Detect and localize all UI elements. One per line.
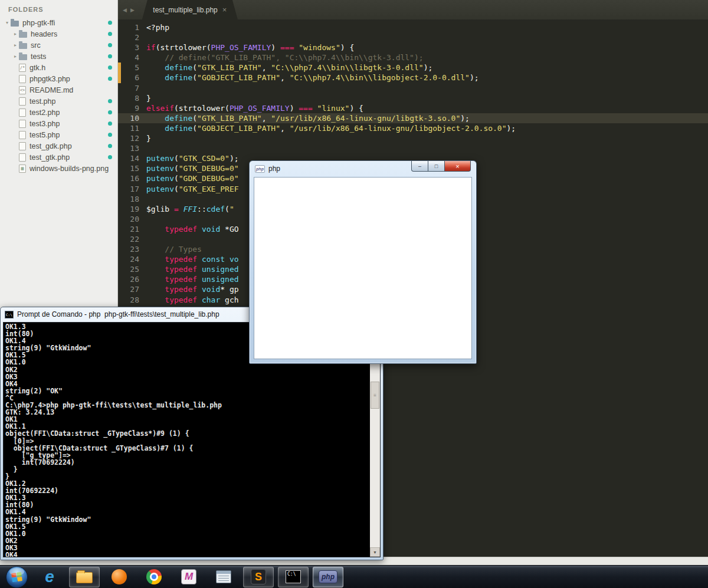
item-label: headers [31,30,57,38]
status-dot-icon [108,43,112,47]
expand-arrow-icon[interactable]: ▸ [12,42,19,48]
line-number: 14 [118,153,146,163]
sidebar-item-test_gtk.php[interactable]: test_gtk.php [0,152,117,163]
sidebar-item-test5.php[interactable]: test5.php [0,129,117,140]
taskbar-media-player[interactable] [104,567,135,587]
tab-test-multiple-lib[interactable]: test_multiple_lib.php × [142,0,238,19]
php-taskbar-icon: php [319,570,337,583]
sidebar-item-test2.php[interactable]: test2.php [0,107,117,118]
media-player-icon [112,569,127,584]
sidebar-item-headers[interactable]: ▸headers [0,28,117,40]
m-app-icon: M [181,569,196,584]
code-line-9[interactable]: 9elseif(strtolower(PHP_OS_FAMILY) === "l… [118,103,708,113]
code-text: <?php [146,22,708,32]
taskbar-internet-explorer[interactable]: e [34,567,65,587]
text-editor-icon [216,570,231,583]
file-icon [19,109,26,117]
item-label: src [31,41,41,50]
line-number: 20 [118,214,146,224]
status-dot-icon [108,65,112,70]
tab-close-icon[interactable]: × [222,5,227,14]
line-number: 27 [118,284,146,294]
status-dot-icon [108,133,112,137]
code-line-2[interactable]: 2 [118,32,708,42]
expand-arrow-icon[interactable]: ▸ [12,31,19,37]
file-icon [19,75,26,83]
tab-scroll-right-icon[interactable]: ▶ [129,7,136,13]
status-dot-icon [108,77,112,81]
expand-arrow-icon[interactable]: ▸ [12,54,19,59]
line-number: 5 [118,63,146,73]
expand-arrow-icon[interactable]: ▾ [4,20,11,25]
line-number: 26 [118,274,146,284]
file-icon [19,120,26,128]
scroll-thumb[interactable]: ≡ [371,382,379,409]
minimize-button[interactable]: – [411,161,428,172]
sidebar-item-src[interactable]: ▸src [0,40,117,51]
status-dot-icon [108,110,112,114]
taskbar-sublime[interactable]: S [243,567,274,587]
tab-bar: ◀ ▶ test_multiple_lib.php × [118,0,708,19]
code-text: define("GTK_LIB_PATH", "C:\\php7.4\\bin\… [146,63,708,73]
sidebar-item-test3.php[interactable]: test3.php [0,118,117,129]
taskbar-cmd[interactable]: C:\ [278,567,309,587]
code-line-8[interactable]: 8} [118,93,708,103]
line-number: 28 [118,295,146,305]
code-line-5[interactable]: 5 define("GTK_LIB_PATH", "C:\\php7.4\\bi… [118,63,708,73]
console-title: Prompt de Comando - php php-gtk-ffi\test… [17,310,219,318]
maximize-button[interactable]: □ [428,161,444,172]
tab-title: test_multiple_lib.php [153,6,217,14]
code-line-4[interactable]: 4 // define("GTK_LIB_PATH", "C:\\php7.4\… [118,52,708,63]
taskbar-explorer[interactable] [69,567,100,587]
sidebar-item-phpgtk3.php[interactable]: phpgtk3.php [0,73,117,84]
code-line-11[interactable]: 11 define("GOBJECT_LIB_PATH", "/usr/lib/… [118,123,708,133]
sidebar-item-README.md[interactable]: <>README.md [0,84,117,96]
line-number: 13 [118,143,146,153]
code-line-13[interactable]: 13 [118,143,708,153]
item-label: test_gdk.php [30,142,72,150]
file-icon [19,142,26,150]
line-number: 24 [118,254,146,264]
line-number: 7 [118,83,146,93]
start-button[interactable] [3,567,30,587]
folder-icon [19,32,27,38]
code-line-10[interactable]: 10 define("GTK_LIB_PATH", "/usr/lib/x86_… [118,113,708,123]
scroll-down-icon[interactable]: ▼ [370,547,380,557]
line-number: 17 [118,184,146,194]
line-number: 1 [118,22,146,32]
taskbar-php[interactable]: php [313,567,343,587]
file-icon [19,131,26,139]
gtk-client-area [254,177,472,359]
sidebar-item-test.php[interactable]: test.php [0,96,117,107]
line-number: 6 [118,73,146,83]
folder-icon [76,572,93,583]
taskbar-m-app[interactable]: M [173,567,204,587]
code-line-6[interactable]: 6 define("GOBJECT_LIB_PATH", "C:\\php7.4… [118,73,708,83]
taskbar-chrome[interactable] [139,567,169,587]
code-line-12[interactable]: 12} [118,133,708,143]
line-number: 23 [118,244,146,254]
item-label: test3.php [30,120,60,128]
sidebar-item-windows-builds-png.png[interactable]: ▦windows-builds-png.png [0,163,117,174]
code-line-1[interactable]: 1<?php [118,22,708,32]
item-label: test_gtk.php [30,153,70,162]
sidebar-tree: ▾php-gtk-ffi▸headers▸src▸tests/*gtk.hphp… [0,17,117,174]
line-number: 22 [118,234,146,244]
sidebar-item-gtk.h[interactable]: /*gtk.h [0,62,117,73]
line-number: 21 [118,224,146,234]
tab-scroll-left-icon[interactable]: ◀ [121,7,129,13]
code-line-7[interactable]: 7 [118,83,708,93]
line-number: 12 [118,133,146,143]
status-dot-icon [108,54,112,58]
line-number: 8 [118,93,146,103]
sidebar-item-php-gtk-ffi[interactable]: ▾php-gtk-ffi [0,17,117,28]
code-line-3[interactable]: 3if(strtolower(PHP_OS_FAMILY) === "windo… [118,42,708,52]
file-icon: <> [19,86,26,94]
sidebar-item-test_gdk.php[interactable]: test_gdk.php [0,140,117,152]
sidebar-item-tests[interactable]: ▸tests [0,51,117,62]
gtk-window-title: php [268,165,280,173]
folder-icon [19,54,27,60]
taskbar-text-editor[interactable] [208,567,239,587]
close-button[interactable]: × [444,161,471,172]
file-icon: /* [19,64,26,72]
